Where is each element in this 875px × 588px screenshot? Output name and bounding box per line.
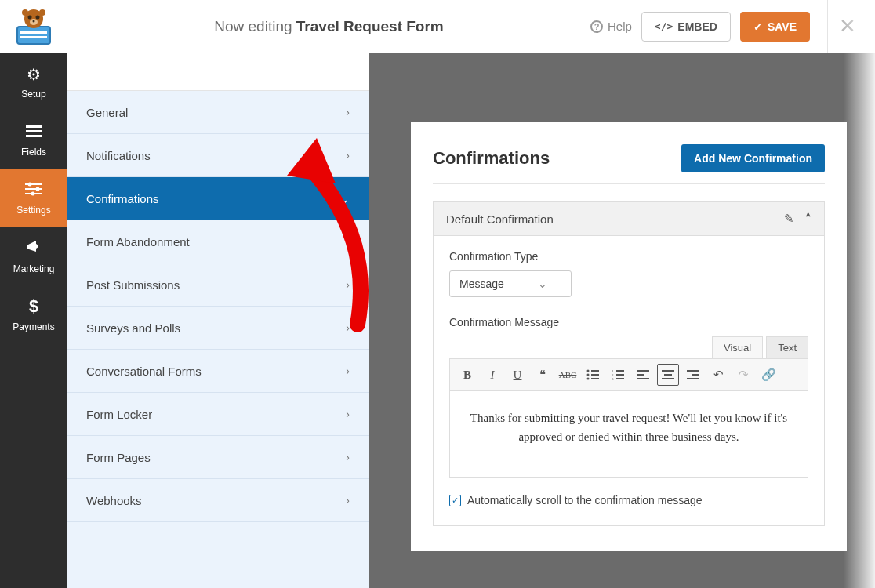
code-icon: </> [655, 20, 673, 32]
svg-rect-30 [616, 378, 624, 379]
chevron-right-icon: › [346, 106, 350, 118]
save-button[interactable]: ✓ SAVE [740, 12, 810, 42]
svg-rect-0 [17, 27, 50, 44]
sliders-icon [25, 182, 42, 200]
svg-rect-39 [687, 378, 699, 379]
subnav-confirmations[interactable]: Confirmations⌄ [67, 177, 369, 220]
align-left-button[interactable] [632, 364, 654, 386]
check-icon: ✓ [753, 20, 763, 33]
svg-rect-28 [616, 374, 624, 376]
chevron-right-icon: › [346, 494, 350, 506]
svg-point-16 [36, 187, 40, 191]
editor-toolbar: B I U ❝ ABC 123 [450, 359, 808, 391]
rich-text-editor: B I U ❝ ABC 123 [449, 358, 808, 478]
svg-rect-22 [591, 374, 599, 376]
autoscroll-checkbox-row[interactable]: ✓ Automatically scroll to the confirmati… [449, 494, 808, 506]
editor-tab-text[interactable]: Text [766, 336, 808, 359]
nav-fields[interactable]: Fields [0, 111, 67, 169]
nav-setup[interactable]: ⚙ Setup [0, 53, 67, 111]
align-center-button[interactable] [657, 364, 679, 386]
chevron-right-icon: › [346, 321, 350, 334]
gear-icon: ⚙ [27, 65, 41, 84]
confirmation-message-label: Confirmation Message [449, 316, 808, 328]
svg-rect-35 [664, 374, 672, 376]
strikethrough-button[interactable]: ABC [557, 364, 579, 386]
help-icon: ? [590, 20, 603, 33]
subnav-webhooks[interactable]: Webhooks› [67, 479, 369, 522]
svg-rect-11 [26, 130, 42, 132]
svg-point-9 [39, 9, 45, 16]
svg-rect-20 [591, 370, 599, 372]
page-title: Now editing Travel Request Form [67, 18, 590, 35]
subnav-surveys-and-polls[interactable]: Surveys and Polls› [67, 307, 369, 350]
subnav-form-locker[interactable]: Form Locker› [67, 393, 369, 436]
svg-rect-38 [692, 374, 699, 376]
subnav-form-abandonment[interactable]: Form Abandonment› [67, 220, 369, 263]
italic-button[interactable]: I [481, 364, 503, 386]
close-button[interactable]: ✕ [827, 0, 859, 53]
svg-rect-31 [637, 370, 649, 372]
underline-button[interactable]: U [506, 364, 528, 386]
chevron-right-icon: › [346, 451, 350, 463]
svg-rect-2 [20, 36, 47, 38]
settings-subnav: Settings General› Notifications› Confirm… [67, 53, 369, 588]
primary-nav: ⚙ Setup Fields Settings Marketing $ Paym… [0, 53, 67, 588]
undo-button[interactable]: ↶ [707, 364, 729, 386]
subnav-form-pages[interactable]: Form Pages› [67, 436, 369, 479]
svg-rect-36 [662, 378, 674, 379]
svg-point-14 [28, 182, 32, 186]
bulleted-list-button[interactable] [582, 364, 604, 386]
svg-text:3: 3 [612, 377, 614, 380]
quote-button[interactable]: ❝ [532, 364, 554, 386]
subnav-post-submissions[interactable]: Post Submissions› [67, 263, 369, 307]
chevron-down-icon: ⌄ [538, 278, 547, 290]
svg-point-5 [36, 15, 40, 19]
chevron-down-icon: ⌄ [340, 193, 350, 205]
pencil-icon[interactable]: ✎ [784, 212, 794, 226]
svg-point-19 [587, 370, 590, 372]
bullhorn-icon [25, 239, 42, 259]
main-content: Confirmations Add New Confirmation Defau… [369, 53, 875, 588]
editor-content[interactable]: Thanks for submitting your travel reques… [450, 391, 808, 477]
subnav-conversational-forms[interactable]: Conversational Forms› [67, 350, 369, 393]
svg-rect-26 [616, 370, 624, 372]
svg-rect-12 [26, 135, 42, 137]
embed-button[interactable]: </> EMBED [641, 12, 731, 42]
svg-point-18 [31, 191, 35, 195]
chevron-right-icon: › [346, 408, 350, 420]
svg-point-21 [587, 374, 590, 376]
editor-tab-visual[interactable]: Visual [712, 336, 763, 359]
chevron-up-icon[interactable]: ˄ [805, 212, 811, 226]
numbered-list-button[interactable]: 123 [607, 364, 629, 386]
checkbox-checked-icon: ✓ [449, 495, 461, 506]
chevron-right-icon: › [346, 365, 350, 377]
svg-point-8 [22, 9, 28, 16]
add-confirmation-button[interactable]: Add New Confirmation [681, 144, 825, 172]
list-icon [26, 124, 42, 142]
svg-rect-32 [637, 374, 644, 376]
subnav-general[interactable]: General› [67, 91, 369, 134]
confirmation-header[interactable]: Default Confirmation ✎ ˄ [434, 202, 824, 236]
help-link[interactable]: ? Help [590, 20, 632, 33]
confirmation-type-label: Confirmation Type [449, 250, 808, 263]
nav-settings[interactable]: Settings [0, 169, 67, 227]
chevron-right-icon: › [346, 235, 350, 248]
confirmation-type-select[interactable]: Message ⌄ [449, 270, 572, 297]
svg-rect-1 [20, 31, 47, 34]
nav-marketing[interactable]: Marketing [0, 227, 67, 285]
subnav-notifications[interactable]: Notifications› [67, 134, 369, 177]
svg-rect-10 [26, 125, 42, 128]
link-button[interactable]: 🔗 [757, 364, 779, 386]
nav-payments[interactable]: $ Payments [0, 285, 67, 343]
redo-button[interactable]: ↷ [732, 364, 754, 386]
svg-rect-24 [591, 378, 599, 379]
close-icon: ✕ [839, 14, 856, 38]
svg-point-23 [587, 378, 590, 380]
confirmation-block: Default Confirmation ✎ ˄ Confirmation Ty… [433, 201, 825, 526]
bold-button[interactable]: B [456, 364, 478, 386]
svg-point-4 [28, 15, 32, 19]
align-right-button[interactable] [682, 364, 704, 386]
svg-rect-33 [637, 378, 649, 379]
dollar-icon: $ [29, 296, 38, 317]
chevron-right-icon: › [346, 149, 350, 162]
